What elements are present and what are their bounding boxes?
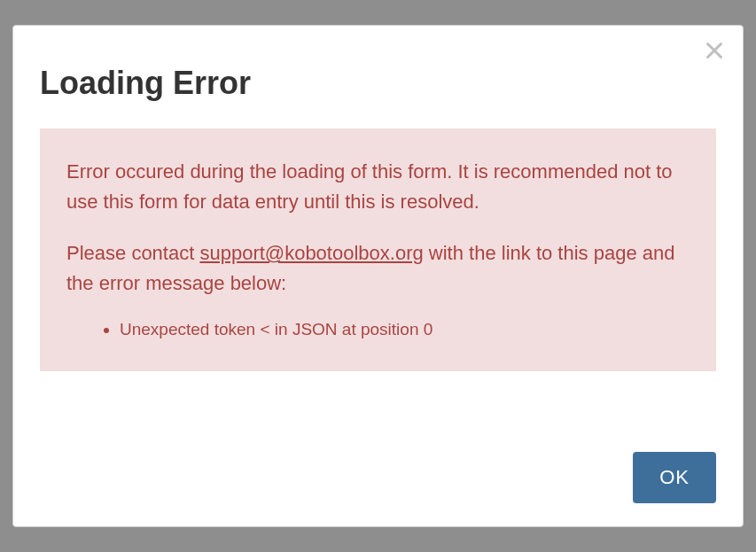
support-email-link[interactable]: support@kobotoolbox.org	[199, 242, 423, 264]
close-icon	[705, 42, 723, 59]
alert-paragraph-1: Error occured during the loading of this…	[66, 157, 690, 217]
ok-button[interactable]: OK	[633, 452, 716, 503]
modal-title: Loading Error	[40, 65, 716, 102]
alert-p2-prefix: Please contact	[66, 242, 199, 264]
error-modal: Loading Error Error occured during the l…	[12, 25, 744, 527]
error-list: Unexpected token < in JSON at position 0	[120, 315, 690, 344]
alert-box: Error occured during the loading of this…	[40, 128, 716, 371]
modal-footer: OK	[40, 452, 716, 503]
alert-paragraph-2: Please contact support@kobotoolbox.org w…	[66, 238, 690, 299]
error-list-item: Unexpected token < in JSON at position 0	[120, 315, 690, 344]
close-button[interactable]	[705, 42, 723, 59]
